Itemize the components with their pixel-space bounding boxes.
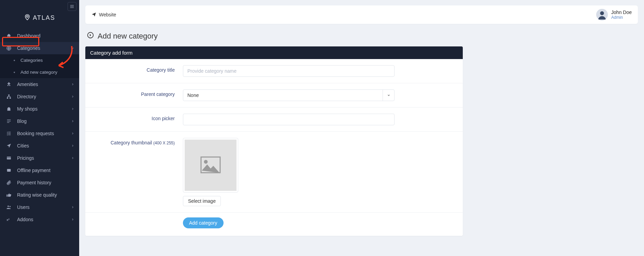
card-header: Category add form [85, 46, 463, 59]
wallet-icon [5, 168, 12, 173]
row-icon-picker: Icon picker [85, 108, 463, 132]
chevron-right-icon [71, 217, 74, 222]
svg-rect-18 [7, 158, 11, 158]
page-title: Add new category [87, 31, 636, 41]
sidebar-item-label: Rating wise quality [17, 192, 57, 198]
sidebar-item-label: Addons [17, 217, 33, 222]
svg-rect-9 [7, 121, 11, 121]
sidebar-item-directory[interactable]: Directory [0, 90, 79, 103]
svg-point-24 [600, 11, 604, 15]
list-icon [5, 118, 12, 124]
user-role: Admin [611, 15, 632, 20]
sidebar-item-label: Dashboard [17, 33, 41, 39]
sidebar-item-dashboard[interactable]: Dashboard [0, 30, 79, 42]
add-category-button[interactable]: Add category [183, 217, 224, 228]
svg-rect-8 [7, 119, 11, 120]
sidebar-item-label: Users [17, 204, 30, 210]
main-content: Website John Doe Admin Add new category … [79, 0, 644, 256]
chevron-right-icon [71, 82, 74, 87]
sidebar-item-label: Directory [17, 94, 36, 99]
category-title-input[interactable] [183, 65, 395, 77]
topbar-website-label: Website [99, 12, 116, 17]
sidebar-toggle-button[interactable] [68, 2, 76, 11]
svg-point-21 [10, 206, 11, 207]
sidebar-item-users[interactable]: Users [0, 201, 79, 213]
tasks-icon [5, 131, 12, 136]
sidebar-sub-categories[interactable]: Categories [0, 54, 79, 66]
sidebar-submenu-categories: Categories Add new category [0, 54, 79, 78]
label-icon-picker: Icon picker [90, 114, 183, 121]
avatar [596, 9, 608, 20]
sidebar-item-label: My shops [17, 106, 38, 112]
sidebar-sub-label: Categories [20, 58, 43, 63]
svg-rect-1 [70, 6, 74, 6]
sitemap-icon [5, 94, 12, 99]
svg-point-20 [8, 205, 9, 207]
brand-text: ATLAS [33, 14, 55, 22]
sidebar-item-label: Payment history [17, 180, 51, 185]
chevron-right-icon [71, 143, 74, 148]
sidebar-item-offline-payment[interactable]: Offline payment [0, 164, 79, 176]
superscript-icon: x² [5, 217, 12, 222]
svg-rect-7 [10, 98, 11, 99]
svg-rect-5 [8, 95, 10, 96]
label-thumbnail-hint: (400 X 255) [153, 141, 175, 145]
sidebar: ATLAS Dashboard Categories Categories Ad… [0, 0, 79, 256]
chevron-right-icon [71, 118, 74, 124]
chevron-right-icon [71, 155, 74, 161]
sidebar-item-cities[interactable]: Cities [0, 140, 79, 152]
chevron-right-icon [71, 131, 74, 136]
circle-arrow-icon [87, 31, 94, 41]
sidebar-item-label: Offline payment [17, 168, 51, 173]
sidebar-item-label: Cities [17, 143, 29, 148]
sidebar-sub-add-new-category[interactable]: Add new category [0, 66, 79, 78]
sidebar-item-booking-requests[interactable]: Booking requests [0, 127, 79, 140]
svg-rect-19 [7, 169, 11, 172]
sidebar-sub-label: Add new category [20, 70, 57, 75]
svg-rect-14 [8, 133, 11, 133]
location-arrow-icon [5, 143, 12, 148]
user-name: John Doe [611, 10, 632, 15]
sidebar-item-label: Amenities [17, 82, 38, 87]
thumbs-up-icon [5, 192, 12, 198]
sidebar-item-rating-wise-quality[interactable]: Rating wise quality [0, 189, 79, 201]
chevron-down-icon [71, 45, 74, 51]
sidebar-item-amenities[interactable]: Amenities [0, 78, 79, 90]
paper-plane-icon [91, 12, 96, 18]
image-placeholder-icon [200, 156, 221, 175]
bullet-icon [14, 72, 15, 73]
parent-category-value: None [183, 90, 383, 101]
sidebar-item-pricings[interactable]: Pricings [0, 152, 79, 164]
user-menu[interactable]: John Doe Admin [596, 9, 632, 20]
nav: Dashboard Categories Categories Add new … [0, 30, 79, 226]
svg-point-3 [27, 16, 28, 17]
globe-icon [5, 45, 12, 51]
pin-icon [24, 14, 31, 22]
sidebar-item-payment-history[interactable]: Payment history [0, 176, 79, 189]
sidebar-item-label: Pricings [17, 155, 34, 161]
sidebar-item-categories[interactable]: Categories [0, 42, 79, 54]
paperclip-icon [5, 180, 12, 185]
icon-picker-input[interactable] [183, 114, 395, 125]
user-block: John Doe Admin [611, 10, 632, 20]
chevron-right-icon [71, 106, 74, 112]
sidebar-item-addons[interactable]: x² Addons [0, 213, 79, 226]
sidebar-item-label: Categories [17, 45, 40, 51]
select-image-button[interactable]: Select image [183, 196, 221, 206]
svg-rect-6 [7, 98, 8, 99]
topbar-website-link[interactable]: Website [91, 12, 116, 18]
svg-rect-15 [7, 134, 8, 135]
svg-rect-13 [7, 133, 8, 134]
sidebar-item-blog[interactable]: Blog [0, 115, 79, 127]
category-form-card: Category add form Category title Parent … [85, 46, 463, 236]
puzzle-icon [5, 82, 12, 87]
parent-category-select[interactable]: None [183, 89, 395, 101]
svg-text:x²: x² [6, 218, 9, 222]
sidebar-item-my-shops[interactable]: My shops [0, 103, 79, 115]
chevron-right-icon [71, 204, 74, 210]
credit-card-icon [5, 155, 12, 161]
svg-point-27 [204, 160, 207, 163]
row-parent-category: Parent category None [85, 83, 463, 108]
sidebar-item-label: Blog [17, 118, 27, 124]
page-title-text: Add new category [98, 32, 158, 41]
